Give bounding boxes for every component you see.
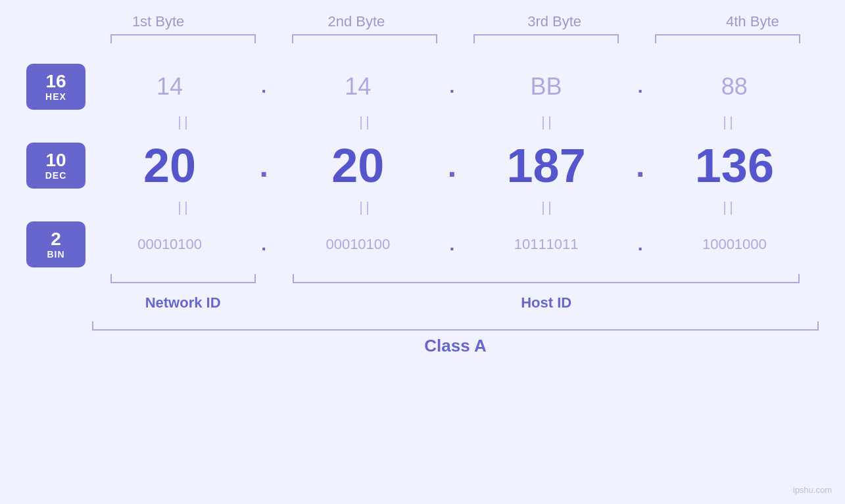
bin-value-2: 00010100 [274,236,442,253]
bracket-cell-4 [637,34,819,47]
line-1b [185,116,187,129]
dec-base-label: DEC [45,170,67,181]
line-8b [731,202,732,215]
hex-badge: 16 HEX [26,64,85,110]
bracket-cell-3 [456,34,637,47]
line-4a [724,116,725,129]
top-brackets-row [92,34,819,47]
dec-badge: 10 DEC [26,143,85,189]
hex-val-3-text: BB [531,73,562,101]
line-7a [543,202,544,215]
line-5b [185,202,187,215]
dec-dot-1-text: . [260,148,268,184]
bin-badge: 2 BIN [26,221,85,267]
parallel-cell-3b [456,202,637,215]
dec-value-3: 187 [462,139,631,193]
hex-values: 14 . 14 . BB . 88 [85,73,819,101]
host-bracket-line [293,274,800,283]
hex-val-4-text: 88 [721,73,748,101]
bin-val-3-text: 10111011 [514,236,579,253]
class-bracket-line [92,321,819,331]
dec-dot-2-text: . [448,148,456,184]
hex-value-3: BB [462,73,631,101]
network-bracket-line [110,274,256,283]
hex-val-2-text: 14 [345,73,371,101]
parallel-lines-icon-3 [543,116,550,129]
id-labels-row: Network ID Host ID [92,290,819,316]
bin-dot-2-text: . [450,234,455,255]
class-label: Class A [92,336,819,356]
dec-dot-1: . [254,148,274,184]
bin-val-4-text: 10001000 [702,236,767,253]
hex-dot-2: . [443,76,462,97]
dec-dot-3: . [631,148,650,184]
hex-row: 16 HEX 14 . 14 . BB . 88 [26,60,819,113]
byte-header-2: 2nd Byte [257,13,455,34]
parallel-lines-icon-1 [179,116,187,129]
dec-val-2-text: 20 [331,139,384,193]
dec-row: 10 DEC 20 . 20 . 187 . 136 [26,133,819,198]
bin-dot-1: . [254,234,274,255]
hex-base-label: HEX [45,91,66,102]
hex-dot-1: . [254,76,274,97]
host-bracket-container [274,274,819,287]
dec-value-2: 20 [274,139,442,193]
bin-dot-1-text: . [261,234,266,255]
bin-row: 2 BIN 00010100 . 00010100 . 10111011 . [26,218,819,271]
bracket-cell-1 [92,34,274,47]
line-8a [724,202,725,215]
hex-dot-2-text: . [450,76,455,97]
byte-header-3: 3rd Byte [456,13,654,34]
line-6b [367,202,368,215]
hex-value-2: 14 [274,73,442,101]
ip-breakdown-container: 1st Byte 2nd Byte 3rd Byte 4th Byte 16 H… [0,0,845,504]
bracket-top-4 [655,34,800,43]
parallel-cell-2a [274,116,455,129]
watermark: ipshu.com [793,485,832,495]
dec-val-1-text: 20 [143,139,196,193]
bracket-top-1 [110,34,256,43]
hex-base-number: 16 [45,72,66,92]
parallel-cell-2b [274,202,455,215]
byte-header-4: 4th Byte [654,13,845,34]
bin-base-label: BIN [47,249,64,260]
line-3b [549,116,550,129]
bin-values: 00010100 . 00010100 . 10111011 . 1000100… [85,234,819,255]
bin-value-4: 10001000 [650,236,819,253]
hex-value-1: 14 [85,73,254,101]
line-5a [179,202,180,215]
dec-dot-2: . [443,148,462,184]
parallel-cell-4b [637,202,819,215]
bin-dot-3-text: . [638,234,643,255]
bottom-bracket-row [92,274,819,287]
parallel-cell-3a [456,116,637,129]
parallel-lines-icon-8 [724,202,732,215]
line-1a [179,116,180,129]
parallel-cell-1b [92,202,274,215]
bracket-cell-2 [274,34,455,47]
bin-value-3: 10111011 [462,236,631,253]
byte-headers-row: 1st Byte 2nd Byte 3rd Byte 4th Byte [59,13,845,34]
dec-values: 20 . 20 . 187 . 136 [85,139,819,193]
line-2a [360,116,362,129]
byte-header-1: 1st Byte [59,13,257,34]
bracket-top-3 [473,34,619,43]
line-3a [543,116,544,129]
bin-base-number: 2 [51,229,61,250]
dec-base-number: 10 [45,150,66,171]
line-2b [367,116,368,129]
bin-val-2-text: 00010100 [326,236,390,253]
dec-val-3-text: 187 [507,139,586,193]
line-7b [549,202,550,215]
dec-dot-3-text: . [636,148,644,184]
line-4b [731,116,732,129]
network-bracket [92,274,274,287]
dec-value-1: 20 [85,139,254,193]
bin-val-1-text: 00010100 [137,236,202,253]
parallel-lines-icon-5 [179,202,187,215]
dec-val-4-text: 136 [695,139,774,193]
parallel-lines-icon-2 [360,116,368,129]
bin-value-1: 00010100 [85,236,254,253]
parallel-lines-icon-4 [724,116,732,129]
dec-value-4: 136 [650,139,819,193]
